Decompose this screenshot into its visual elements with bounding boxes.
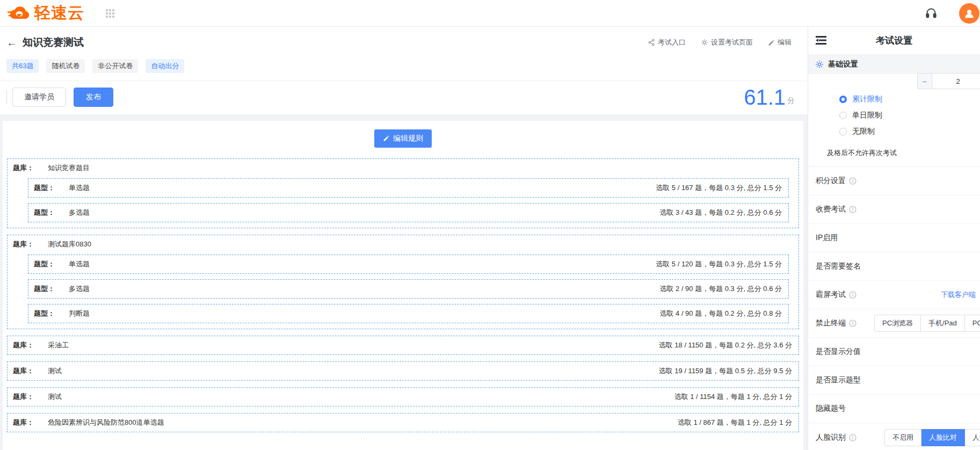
bank-rule-block: 题库： 知识竞赛题目 题型： 单选题 选取 5 / 167 题，每题 0.3 分… xyxy=(7,158,799,228)
section-title: 基础设置 xyxy=(828,60,858,69)
type-name: 判断题 xyxy=(69,309,90,318)
avatar-figure-icon xyxy=(963,8,975,19)
setup-exam-page-link[interactable]: 设置考试页面 xyxy=(701,38,753,47)
brand-logo[interactable]: 轻速云 xyxy=(8,2,84,24)
row-label-text: 是否显示题型 xyxy=(816,375,861,385)
bank-stats: 选取 1 / 867 题，每题 1 分, 总分 1 分 xyxy=(678,418,792,427)
bank-stats: 选取 19 / 1159 题，每题 0.5 分, 总分 9.5 分 xyxy=(659,366,792,376)
type-label: 题型： xyxy=(34,183,55,193)
row-label-text: IP启用 xyxy=(816,233,838,243)
row-label-text: 人脸识别 xyxy=(816,433,846,442)
row-label-text: 霸屏考试 xyxy=(816,290,846,300)
bank-name: 测试 xyxy=(48,366,62,376)
type-rule-row: 题型： 判断题 选取 4 / 90 题，每题 0.2 分, 总分 0.8 分 xyxy=(28,304,789,323)
settings-rows: 积分设置 收费考试 IP启用 是否需要签名 xyxy=(808,166,980,450)
info-icon[interactable] xyxy=(849,320,856,327)
gear-icon xyxy=(701,39,708,46)
radio-unselected-icon xyxy=(839,128,847,135)
type-rule-row: 题型： 多选题 选取 3 / 43 题，每题 0.2 分, 总分 0.6 分 xyxy=(28,203,789,222)
bank-name: 测试 xyxy=(48,392,62,402)
edit-link[interactable]: 编辑 xyxy=(768,38,792,47)
apps-grid-icon[interactable] xyxy=(106,9,114,18)
setting-row-paid-exam: 收费考试 xyxy=(808,195,980,224)
tag-question-count: 共63题 xyxy=(6,59,39,73)
type-name: 多选题 xyxy=(69,208,90,217)
setting-row-face-recognition: 人脸识别 不启用 人脸比对 人脸 xyxy=(808,423,980,450)
info-icon[interactable] xyxy=(849,206,856,213)
edit-rules-button[interactable]: 编辑规则 xyxy=(374,129,432,148)
bank-rule-block: 题库： 测试 选取 19 / 1159 题，每题 0.5 分, 总分 9.5 分 xyxy=(7,361,799,381)
brand-name: 轻速云 xyxy=(34,2,84,24)
download-client-link[interactable]: 下载客户端 xyxy=(941,290,976,300)
tag-auto-score: 自动出分 xyxy=(146,59,184,73)
face-disabled-button[interactable]: 不启用 xyxy=(884,429,921,446)
type-stats: 选取 3 / 43 题，每题 0.2 分, 总分 0.6 分 xyxy=(659,208,782,217)
radio-selected-icon xyxy=(839,96,847,103)
cloud-logo-icon xyxy=(8,5,31,21)
radio-label: 单日限制 xyxy=(852,111,882,120)
info-icon[interactable] xyxy=(849,291,856,299)
row-label-text: 禁止终端 xyxy=(816,318,846,328)
radio-label: 累计限制 xyxy=(852,95,882,104)
bank-name: 测试题库0830 xyxy=(48,239,91,249)
info-icon[interactable] xyxy=(849,434,856,441)
type-rule-row: 题型： 单选题 选取 5 / 120 题，每题 0.3 分, 总分 1.5 分 xyxy=(28,255,789,274)
tag-random-paper: 随机试卷 xyxy=(46,59,85,73)
bank-rule-block: 题库： 危险因素辨识与风险防范800道单选题 选取 1 / 867 题，每题 1… xyxy=(7,413,799,432)
setting-row-show-score: 是否显示分值 xyxy=(808,338,980,366)
support-headset-icon[interactable] xyxy=(925,6,938,19)
divider xyxy=(6,90,7,104)
radio-unselected-icon xyxy=(839,112,847,119)
bank-name: 危险因素辨识与风险防范800道单选题 xyxy=(48,418,164,427)
setting-row-points: 积分设置 xyxy=(808,167,980,195)
type-name: 单选题 xyxy=(69,259,90,269)
type-label: 题型： xyxy=(34,284,55,294)
setting-row-forbid-terminal: 禁止终端 PC浏览器 手机/Pad PC客户端 xyxy=(808,309,980,338)
pencil-icon xyxy=(383,135,390,142)
invite-students-button[interactable]: 邀请学员 xyxy=(12,88,66,107)
setting-row-hide-question-number: 隐藏题号 xyxy=(808,395,980,423)
rule-bank-list: 题库： 知识竞赛题目 题型： 单选题 选取 5 / 167 题，每题 0.3 分… xyxy=(3,148,803,432)
limit-stepper: − + xyxy=(917,73,980,89)
setting-row-ip-enable: IP启用 xyxy=(808,224,980,252)
back-arrow[interactable]: ← xyxy=(6,37,17,48)
radio-cumulative-limit[interactable]: 累计限制 xyxy=(839,91,980,107)
publish-button[interactable]: 发布 xyxy=(74,88,113,107)
row-label-text: 收费考试 xyxy=(816,205,846,214)
pass-no-retake-note: 及格后不允许再次考试 xyxy=(827,148,980,166)
radio-label: 无限制 xyxy=(852,127,875,136)
type-stats: 选取 4 / 90 题，每题 0.2 分, 总分 0.8 分 xyxy=(659,309,782,318)
limit-count-input[interactable] xyxy=(932,73,980,89)
stepper-minus-button[interactable]: − xyxy=(917,73,932,89)
info-icon[interactable] xyxy=(849,177,856,185)
terminal-pc-client-button[interactable]: PC客户端 xyxy=(965,315,980,332)
exam-tags: 共63题 随机试卷 非公开试卷 自动出分 xyxy=(6,59,799,81)
page-header: ← 知识竞赛测试 考试入口 xyxy=(0,27,808,81)
user-avatar[interactable] xyxy=(959,3,979,24)
total-score: 61.1 分 xyxy=(744,88,800,107)
row-label-text: 积分设置 xyxy=(816,176,846,186)
section-basic-settings: 基础设置 xyxy=(808,55,980,74)
row-label-text: 是否需要签名 xyxy=(816,262,861,271)
row-label-text: 是否显示分值 xyxy=(816,347,861,357)
bank-name: 采油工 xyxy=(48,340,69,350)
face-extra-button[interactable]: 人脸 xyxy=(965,429,980,446)
exam-entry-label: 考试入口 xyxy=(658,38,686,47)
type-stats: 选取 5 / 120 题，每题 0.3 分, 总分 1.5 分 xyxy=(656,259,782,269)
exam-entry-link[interactable]: 考试入口 xyxy=(648,38,686,47)
type-rule-row: 题型： 多选题 选取 2 / 90 题，每题 0.3 分, 总分 0.6 分 xyxy=(28,279,789,299)
bank-label: 题库： xyxy=(13,392,34,402)
face-compare-button[interactable]: 人脸比对 xyxy=(921,429,965,446)
header-links: 考试入口 设置考试页面 编辑 xyxy=(648,38,799,47)
bank-label: 题库： xyxy=(13,340,34,350)
bank-rule-block: 题库： 测试 选取 1 / 1154 题，每题 1 分, 总分 1 分 xyxy=(7,387,799,407)
terminal-mobile-pad-button[interactable]: 手机/Pad xyxy=(921,315,965,332)
radio-no-limit[interactable]: 无限制 xyxy=(839,124,980,140)
radio-daily-limit[interactable]: 单日限制 xyxy=(839,107,980,124)
type-label: 题型： xyxy=(34,259,55,269)
terminal-pc-browser-button[interactable]: PC浏览器 xyxy=(874,315,921,332)
collapse-panel-icon[interactable] xyxy=(816,35,826,45)
rules-card: 编辑规则 题库： 知识竞赛题目 题型： 单选题 选取 5 / 167 题，每题 … xyxy=(3,121,803,450)
sidebar-title: 考试设置 xyxy=(808,34,980,47)
share-icon xyxy=(648,39,655,46)
